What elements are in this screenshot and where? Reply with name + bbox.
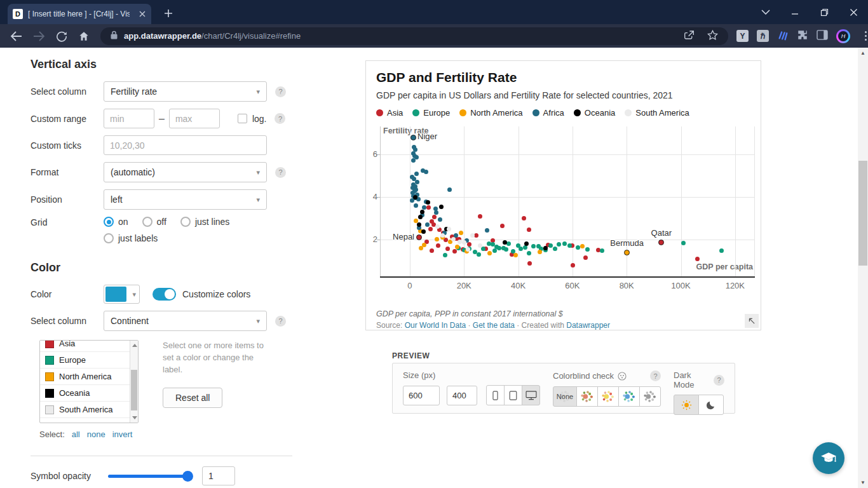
listbox-scrollbar[interactable] (130, 341, 138, 423)
data-point[interactable] (571, 263, 575, 268)
custom-ticks-input[interactable] (104, 135, 267, 155)
height-input[interactable] (447, 386, 477, 405)
data-point[interactable] (600, 248, 604, 253)
list-item-north-america[interactable]: North America (40, 369, 138, 385)
data-point[interactable] (538, 250, 542, 254)
data-point[interactable] (583, 255, 588, 260)
colorblind-deuteranopia-button[interactable] (576, 386, 598, 407)
sidebar-panel-icon[interactable] (817, 30, 828, 43)
width-input[interactable] (403, 386, 440, 405)
symbol-opacity-input[interactable] (202, 466, 235, 485)
data-point[interactable] (524, 241, 529, 246)
back-button[interactable] (10, 31, 22, 41)
data-point[interactable] (477, 252, 481, 257)
data-point[interactable] (522, 216, 526, 220)
resize-handle-icon[interactable] (745, 314, 759, 328)
select-invert-link[interactable]: invert (112, 430, 133, 439)
data-point[interactable] (426, 200, 430, 205)
listbox-scroll-thumb[interactable] (131, 370, 137, 410)
data-point[interactable] (527, 251, 531, 255)
extensions-puzzle-icon[interactable] (797, 29, 808, 43)
data-point[interactable] (415, 180, 419, 184)
data-point[interactable] (440, 233, 445, 238)
base-color-picker[interactable]: ▾ (104, 285, 140, 304)
bookmark-star-icon[interactable] (707, 30, 718, 43)
data-point[interactable] (451, 237, 456, 241)
data-point[interactable] (504, 247, 508, 252)
page-scrollbar[interactable]: ▲ ▼ (858, 48, 868, 488)
radio-icon[interactable] (180, 217, 191, 227)
data-point[interactable] (443, 253, 447, 257)
profile-avatar[interactable]: H (836, 29, 850, 43)
grid-radio-on[interactable]: on (104, 217, 128, 227)
colorblind-none-button[interactable]: None (553, 386, 577, 407)
data-point[interactable] (414, 203, 418, 208)
share-icon[interactable] (684, 30, 695, 43)
data-point[interactable] (527, 227, 531, 232)
data-point[interactable] (470, 233, 475, 238)
data-point[interactable] (466, 247, 470, 252)
list-item-europe[interactable]: Europe (40, 352, 138, 369)
window-restore-button[interactable] (810, 0, 839, 24)
data-point[interactable] (435, 237, 439, 241)
scroll-down-icon[interactable] (132, 416, 137, 419)
source-link[interactable]: Our World In Data (405, 321, 466, 330)
colorblind-tritanopia-button[interactable] (597, 386, 619, 407)
grid-radio-off[interactable]: off (142, 217, 166, 227)
data-point[interactable] (435, 224, 440, 229)
select-all-link[interactable]: all (72, 430, 80, 439)
radio-icon[interactable] (142, 217, 153, 227)
data-point[interactable] (439, 205, 444, 209)
forward-button[interactable] (33, 31, 45, 41)
datawrapper-link[interactable]: Datawrapper (566, 321, 610, 330)
slider-knob[interactable] (182, 471, 193, 482)
academy-help-button[interactable] (813, 442, 844, 474)
scroll-up-icon[interactable]: ▲ (858, 50, 868, 56)
data-point[interactable] (428, 227, 433, 231)
colorblind-monochrome-button[interactable] (639, 386, 661, 407)
data-point[interactable] (459, 231, 463, 235)
data-point[interactable] (527, 261, 532, 266)
data-point[interactable] (474, 233, 478, 238)
mobile-preview-button[interactable] (486, 385, 505, 405)
data-point[interactable] (436, 243, 440, 248)
page-scroll-thumb[interactable] (858, 161, 867, 266)
data-point[interactable] (413, 195, 417, 200)
extension-y-icon[interactable]: Y (736, 30, 749, 42)
tab-list-chevron-icon[interactable] (751, 0, 780, 24)
data-point[interactable] (500, 224, 505, 228)
help-icon[interactable]: ? (275, 167, 286, 178)
data-point[interactable] (580, 244, 585, 248)
data-point[interactable] (425, 222, 430, 227)
data-point[interactable] (506, 241, 511, 246)
list-item-oceania[interactable]: Oceania (40, 385, 138, 402)
range-min-input[interactable] (104, 109, 154, 128)
position-select[interactable]: left ▾ (104, 189, 267, 210)
new-tab-button[interactable] (160, 5, 177, 22)
customize-colors-toggle[interactable] (153, 288, 176, 301)
data-point[interactable] (531, 244, 536, 248)
radio-icon[interactable] (104, 217, 114, 227)
data-point[interactable] (422, 205, 426, 210)
list-item-asia[interactable]: Asia (40, 340, 138, 352)
data-point[interactable] (485, 228, 489, 233)
data-point[interactable] (411, 158, 416, 163)
grid-radio-just-labels[interactable]: just labels (104, 233, 158, 243)
browser-menu-icon[interactable] (865, 31, 867, 41)
continent-listbox[interactable]: AsiaEuropeNorth AmericaOceaniaSouth Amer… (39, 340, 139, 423)
data-point[interactable] (430, 248, 434, 253)
scroll-down-icon[interactable]: ▼ (858, 480, 868, 485)
data-point[interactable] (548, 243, 553, 248)
data-point[interactable] (447, 227, 451, 231)
data-point[interactable] (576, 245, 580, 250)
desktop-preview-button[interactable] (522, 385, 540, 405)
data-point[interactable] (557, 242, 561, 247)
labeled-data-point[interactable] (410, 135, 416, 140)
symbol-opacity-slider[interactable] (108, 475, 191, 478)
data-point[interactable] (424, 170, 428, 174)
log-checkbox[interactable] (238, 114, 247, 123)
extension-wave-icon[interactable] (777, 29, 789, 43)
home-button[interactable] (78, 30, 90, 42)
light-mode-button[interactable] (674, 395, 699, 415)
help-icon[interactable]: ? (714, 375, 724, 386)
